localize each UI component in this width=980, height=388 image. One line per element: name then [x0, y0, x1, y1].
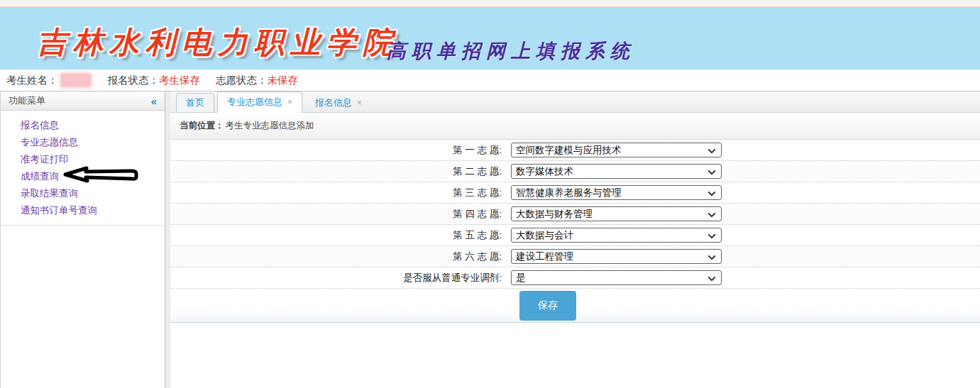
content-empty-area: [170, 323, 980, 388]
sidebar-menu-item[interactable]: 报名信息: [1, 117, 165, 134]
wish-label: 第 三 志 愿:: [170, 187, 511, 199]
workspace: 功能菜单 « 报名信息 专业志愿信息 准考证打印 成绩查询 录取结果查询 通知书…: [0, 91, 980, 388]
save-button[interactable]: 保存: [519, 291, 576, 321]
sidebar-menu-item[interactable]: 专业志愿信息: [1, 134, 165, 151]
wish-select-value: 大数据与会计: [516, 229, 573, 242]
wish-select[interactable]: 是: [511, 270, 722, 285]
candidate-status-bar: 考生姓名： 报名状态： 考生保存 志愿状态： 未保存: [0, 70, 980, 91]
wish-form-row: 是否服从普通专业调剂: 是: [170, 267, 980, 289]
tab[interactable]: 报名信息 ×: [305, 93, 372, 112]
wish-form-row: 第 五 志 愿: 大数据与会计: [170, 225, 980, 246]
wish-label: 第 二 志 愿:: [170, 165, 511, 178]
tab[interactable]: 专业志愿信息 ×: [217, 92, 302, 113]
wish-status-label: 志愿状态：: [216, 74, 268, 87]
wish-select-value: 智慧健康养老服务与管理: [516, 187, 622, 199]
wish-label: 第 四 志 愿:: [170, 208, 511, 221]
chevron-down-icon: [708, 273, 715, 281]
wish-select-value: 空间数字建模与应用技术: [516, 144, 622, 157]
sidebar-menu-item[interactable]: 通知书订单号查询: [1, 202, 165, 219]
wish-form-row: 第 六 志 愿: 建设工程管理: [170, 246, 980, 267]
chevron-down-icon: [708, 252, 715, 260]
tab-strip: 首页 专业志愿信息 × 报名信息 ×: [170, 92, 980, 113]
tab[interactable]: 首页: [176, 93, 214, 112]
wish-select[interactable]: 空间数字建模与应用技术: [511, 143, 722, 157]
wish-select-value: 大数据与财务管理: [516, 208, 593, 221]
tab-close-icon[interactable]: ×: [357, 98, 362, 108]
chevron-down-icon: [708, 167, 715, 174]
registration-status-label: 报名状态：: [108, 74, 160, 87]
candidate-name-redacted: [61, 74, 91, 87]
wish-label: 第 五 志 愿:: [170, 229, 511, 242]
candidate-name-label: 考生姓名：: [6, 74, 58, 87]
wish-label: 第 一 志 愿:: [170, 144, 511, 157]
wish-form: 第 一 志 愿: 空间数字建模与应用技术 第 二 志 愿: 数字媒体技术: [170, 140, 980, 388]
chevron-down-icon: [708, 209, 715, 217]
wish-select[interactable]: 建设工程管理: [511, 249, 722, 264]
sidebar-splitter[interactable]: [165, 91, 170, 388]
collapse-sidebar-icon[interactable]: «: [151, 95, 157, 107]
wish-form-row: 第 四 志 愿: 大数据与财务管理: [170, 204, 980, 225]
wish-label: 第 六 志 愿:: [170, 250, 511, 263]
wish-select[interactable]: 大数据与会计: [511, 228, 722, 243]
site-banner: 吉林水利电力职业学院 高职单招网上填报系统: [0, 7, 980, 70]
breadcrumb-prefix: 当前位置：: [180, 120, 224, 132]
function-menu-sidebar: 功能菜单 « 报名信息 专业志愿信息 准考证打印 成绩查询 录取结果查询 通知书…: [0, 91, 165, 388]
wish-form-row: 第 二 志 愿: 数字媒体技术: [170, 161, 980, 182]
wish-select[interactable]: 智慧健康养老服务与管理: [511, 185, 722, 200]
tab-label: 报名信息: [315, 96, 352, 109]
wish-select[interactable]: 大数据与财务管理: [511, 206, 722, 221]
wish-select-value: 数字媒体技术: [516, 165, 573, 178]
sidebar-menu: 报名信息 专业志愿信息 准考证打印 成绩查询 录取结果查询 通知书订单号查询: [1, 111, 165, 226]
wish-form-row: 第 一 志 愿: 空间数字建模与应用技术: [170, 140, 980, 161]
registration-status-value: 考生保存: [159, 74, 200, 87]
sidebar-title: 功能菜单: [9, 94, 45, 107]
sidebar-menu-item[interactable]: 成绩查询: [1, 168, 165, 185]
tab-label: 首页: [186, 96, 204, 109]
chevron-down-icon: [708, 231, 715, 238]
wish-select-value: 建设工程管理: [516, 250, 573, 263]
form-button-row: 保存: [170, 289, 980, 323]
school-name: 吉林水利电力职业学院: [37, 23, 399, 62]
system-title: 高职单招网上填报系统: [387, 38, 635, 64]
sidebar-header: 功能菜单 «: [1, 92, 165, 111]
tab-label: 专业志愿信息: [227, 96, 282, 109]
tab-close-icon[interactable]: ×: [287, 97, 292, 107]
wish-form-row: 第 三 志 愿: 智慧健康养老服务与管理: [170, 182, 980, 204]
chevron-down-icon: [708, 188, 715, 196]
wish-select-value: 是: [516, 272, 526, 284]
wish-status-value: 未保存: [268, 74, 299, 87]
breadcrumb-text: 考生专业志愿信息添加: [226, 120, 314, 132]
sidebar-menu-item[interactable]: 准考证打印: [1, 151, 165, 168]
main-panel: 首页 专业志愿信息 × 报名信息 × 当前位置： 考生专业志愿信息添加: [170, 91, 980, 388]
browser-top-strip: [0, 0, 980, 7]
breadcrumb: 当前位置： 考生专业志愿信息添加: [170, 113, 980, 140]
sidebar-menu-item[interactable]: 录取结果查询: [1, 185, 165, 202]
wish-select[interactable]: 数字媒体技术: [511, 164, 722, 179]
chevron-down-icon: [708, 145, 715, 153]
wish-label: 是否服从普通专业调剂:: [170, 272, 511, 284]
